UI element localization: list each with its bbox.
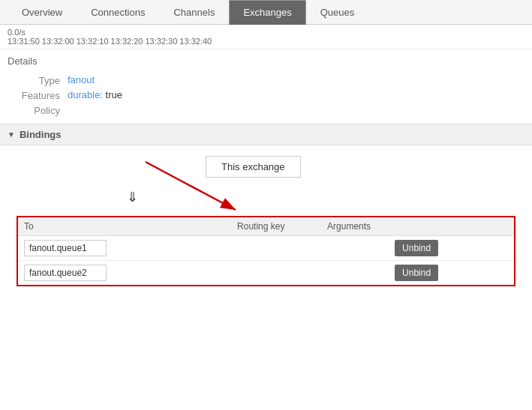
details-value-features: durable: true <box>68 89 122 100</box>
details-label-features: Features <box>8 89 68 101</box>
arguments-cell-1 <box>321 236 389 261</box>
col-to: To <box>18 217 231 236</box>
routing-key-cell-2 <box>231 261 321 286</box>
red-arrow <box>138 156 258 216</box>
unbind-button-1[interactable]: Unbind <box>395 240 438 256</box>
collapse-icon[interactable]: ▼ <box>8 130 15 139</box>
unbind-cell-1: Unbind <box>389 236 514 261</box>
col-arguments: Arguments <box>321 217 389 236</box>
tab-overview[interactable]: Overview <box>8 0 77 25</box>
table-row: Unbind <box>18 236 514 261</box>
to-input-1[interactable] <box>24 240 107 256</box>
routing-key-cell-1 <box>231 236 321 261</box>
details-label-type: Type <box>8 74 68 86</box>
nav-tabs: Overview Connections Channels Exchanges … <box>0 0 532 25</box>
time-labels: 13:31:50 13:32:00 13:32:10 13:32:20 13:3… <box>8 37 212 46</box>
rate-label: 0.0/s <box>8 28 26 37</box>
tab-exchanges[interactable]: Exchanges <box>229 0 305 25</box>
time-axis: 0.0/s 13:31:50 13:32:00 13:32:10 13:32:2… <box>0 25 532 49</box>
col-action <box>389 217 514 236</box>
details-row-type: Type fanout <box>8 74 524 86</box>
tab-channels[interactable]: Channels <box>159 0 229 25</box>
col-routing-key: Routing key <box>231 217 321 236</box>
details-table: Type fanout Features durable: true Polic… <box>8 74 524 116</box>
table-row: Unbind <box>18 261 514 286</box>
details-row-policy: Policy <box>8 104 524 116</box>
bindings-section-header: ▼ Bindings <box>0 124 532 145</box>
bindings-table: To Routing key Arguments Unbind <box>18 217 514 285</box>
details-row-features: Features durable: true <box>8 89 524 101</box>
to-cell-2 <box>18 261 231 286</box>
to-cell-1 <box>18 236 231 261</box>
features-key: durable: <box>68 89 103 100</box>
unbind-cell-2: Unbind <box>389 261 514 286</box>
bindings-content: This exchange ⇓ To Rout <box>0 145 532 304</box>
tab-queues[interactable]: Queues <box>306 0 369 25</box>
bindings-table-wrapper: To Routing key Arguments Unbind <box>17 216 515 286</box>
down-arrow: ⇓ <box>127 189 138 205</box>
features-val: true <box>106 89 122 100</box>
to-input-2[interactable] <box>24 265 107 281</box>
svg-line-1 <box>146 162 236 210</box>
details-value-type: fanout <box>68 74 95 85</box>
unbind-button-2[interactable]: Unbind <box>395 265 438 281</box>
tab-connections[interactable]: Connections <box>77 0 159 25</box>
details-label-policy: Policy <box>8 104 68 116</box>
arguments-cell-2 <box>321 261 389 286</box>
bindings-title: Bindings <box>20 129 62 140</box>
details-header: Details <box>0 49 532 73</box>
